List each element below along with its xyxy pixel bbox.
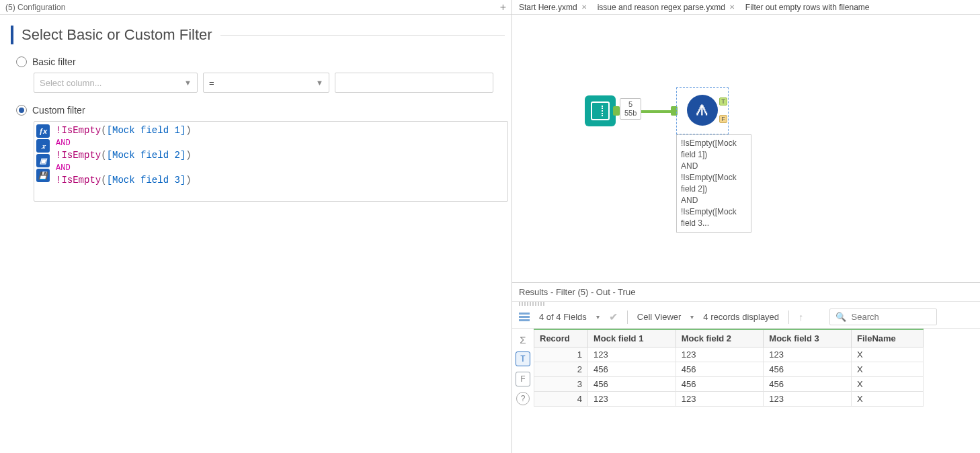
filter-annotation: !IsEmpty([Mock field 1]) AND !IsEmpty([M… [676,134,751,233]
expression-editor[interactable]: ƒx 𝑥 ▣ 💾 !IsEmpty([Mock field 1]) AND !I… [34,121,508,202]
filter-tool-selection[interactable]: ⩚ T F [676,87,729,134]
cell-viewer-label[interactable]: Cell Viewer [637,312,682,322]
tab-start-here[interactable]: Start Here.yxmd ✕ [515,3,591,12]
search-icon: 🔍 [835,312,846,322]
false-output-button[interactable]: F [516,372,530,386]
input-tool-node[interactable] [585,95,616,126]
results-grid[interactable]: Record Mock field 1 Mock field 2 Mock fi… [534,329,980,453]
search-input[interactable] [850,311,931,323]
config-header-label: (5) Configuration [5,3,65,12]
custom-filter-label: Custom filter [32,105,85,116]
radio-checked-icon [16,105,27,116]
table-row[interactable]: 4 123 123 123 X [534,392,924,407]
close-icon[interactable]: ✕ [581,3,587,11]
true-output-button[interactable]: T [516,352,530,366]
basic-filter-controls: Select column... ▼ = ▼ [34,73,505,93]
heading-title: Select Basic or Custom Filter [22,26,212,44]
tab-filter-out[interactable]: Filter out empty rows with filename [741,3,874,12]
close-icon[interactable]: ✕ [729,3,735,11]
config-panel: (5) Configuration + Select Basic or Cust… [0,0,512,453]
up-arrow-icon[interactable]: ↑ [799,311,804,323]
chevron-down-icon: ▼ [316,79,323,87]
table-row[interactable]: 1 123 123 123 X [534,347,924,362]
results-title: Results - Filter (5) - Out - True [512,283,980,302]
operator-value: = [209,78,214,88]
col-mock1[interactable]: Mock field 1 [588,329,676,347]
chevron-down-icon: ▼ [184,79,192,87]
fx-button[interactable]: ƒx [36,124,50,138]
variable-button[interactable]: 𝑥 [36,139,50,153]
filter-tool-node[interactable]: ⩚ T F [687,95,718,126]
results-toolbar: 4 of 4 Fields ▾ ✔ Cell Viewer ▾ 4 record… [512,306,980,329]
radio-unchecked-icon [16,56,27,67]
expression-toolbar: ƒx 𝑥 ▣ 💾 [34,122,52,201]
caret-down-icon[interactable]: ▾ [690,313,694,321]
table-row[interactable]: 2 456 456 456 X [534,362,924,377]
caret-down-icon[interactable]: ▾ [596,313,600,321]
results-body: Σ T F ? Record Mock field 1 Mock field 2… [512,329,980,453]
results-side-icons: Σ T F ? [512,329,534,453]
sigma-icon[interactable]: Σ [516,333,530,346]
fields-summary[interactable]: 4 of 4 Fields [539,312,587,322]
help-icon[interactable]: ? [516,392,530,405]
filter-tool-icon: ⩚ [695,101,710,119]
connection-badge[interactable]: 5 55b [620,98,641,120]
column-select[interactable]: Select column... ▼ [34,73,198,93]
check-icon[interactable]: ✔ [609,311,618,323]
config-header: (5) Configuration + [0,0,512,15]
records-summary: 4 records displayed [703,312,779,322]
results-panel: Results - Filter (5) - Out - True 4 of 4… [512,282,980,453]
custom-filter-radio[interactable]: Custom filter [16,105,505,116]
workflow-canvas[interactable]: 5 55b ⩚ T F !IsEmpty([Mock field 1]) AND… [512,15,980,282]
anchor-false[interactable]: F [719,115,727,123]
anchor-true[interactable]: T [719,97,727,106]
operator-select[interactable]: = ▼ [203,73,329,93]
expression-text[interactable]: !IsEmpty([Mock field 1]) AND !IsEmpty([M… [52,122,507,201]
save-button[interactable]: 💾 [36,169,50,182]
col-mock2[interactable]: Mock field 2 [676,329,764,347]
search-box[interactable]: 🔍 [829,308,937,325]
add-icon[interactable]: + [500,1,506,13]
basic-filter-radio[interactable]: Basic filter [16,56,505,67]
column-placeholder: Select column... [40,78,102,88]
tab-regex-parse[interactable]: issue and reason regex parse.yxmd ✕ [594,3,739,12]
app-root: (5) Configuration + Select Basic or Cust… [0,0,980,453]
col-filename[interactable]: FileName [852,329,924,347]
col-record[interactable]: Record [534,329,588,347]
workflow-tabs: Start Here.yxmd ✕ issue and reason regex… [512,0,980,15]
col-mock3[interactable]: Mock field 3 [764,329,852,347]
value-input[interactable] [335,73,493,93]
separator [788,311,789,324]
input-tool-icon [591,101,610,120]
separator [627,311,628,324]
results-table: Record Mock field 1 Mock field 2 Mock fi… [534,329,924,407]
table-row[interactable]: 3 456 456 456 X [534,377,924,392]
config-body: Select Basic or Custom Filter Basic filt… [0,15,512,453]
folder-button[interactable]: ▣ [36,154,50,167]
right-side: Start Here.yxmd ✕ issue and reason regex… [512,0,980,453]
heading-accent [11,26,13,44]
layout-icon[interactable] [519,313,530,321]
section-heading: Select Basic or Custom Filter [4,26,505,44]
basic-filter-label: Basic filter [32,56,76,67]
heading-divider [220,35,505,36]
